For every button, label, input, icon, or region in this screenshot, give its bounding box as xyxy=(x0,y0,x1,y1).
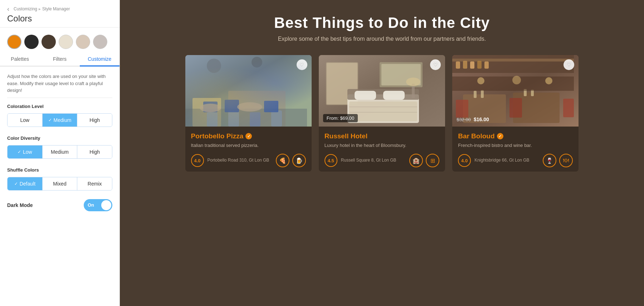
svg-point-14 xyxy=(237,102,262,112)
dark-mode-row: Dark Mode On xyxy=(0,193,119,218)
shuffle-mixed-btn[interactable]: Mixed xyxy=(43,177,78,190)
swatch-brown[interactable] xyxy=(42,35,56,49)
card-name-russell: Russell Hotel xyxy=(325,132,439,140)
bar-image-svg xyxy=(452,55,579,127)
svg-rect-40 xyxy=(509,98,522,118)
diversity-medium-btn[interactable]: Medium xyxy=(43,145,78,158)
card-image-boloud: ♡ $32.00 $16.00 xyxy=(452,55,579,127)
coloration-medium-check-icon: ✓ xyxy=(48,118,52,123)
back-button[interactable]: ‹ xyxy=(7,6,12,12)
card-address-portobello: Portobello Road 310, Gt Lon GB xyxy=(208,158,272,163)
diversity-low-btn[interactable]: ✓ Low xyxy=(8,145,43,158)
svg-point-3 xyxy=(207,59,221,73)
svg-rect-43 xyxy=(481,90,484,98)
sidebar-description: Adjust how the colors are used on your s… xyxy=(0,66,119,98)
tab-customize[interactable]: Customize xyxy=(80,53,119,66)
diversity-low-label: Low xyxy=(23,149,32,155)
cards-grid: ♡ Portobello Pizza ✓ Italian traditional… xyxy=(185,55,579,172)
svg-point-48 xyxy=(512,76,521,84)
svg-rect-12 xyxy=(264,101,278,112)
svg-point-47 xyxy=(477,77,484,84)
svg-rect-22 xyxy=(349,102,417,121)
svg-rect-21 xyxy=(383,91,405,100)
card-body-portobello: Portobello Pizza ✓ Italian traditional s… xyxy=(185,127,312,172)
card-heart-portobello[interactable]: ♡ xyxy=(297,59,307,70)
swatch-light-gray[interactable] xyxy=(93,35,107,49)
card-icons-russell: 🏨 ⊞ xyxy=(409,154,439,167)
shuffle-colors-section: Shuffle Colors ✓ Default Mixed Remix xyxy=(0,162,119,193)
card-address-boloud: Knightsbridge 66, Gt Lon GB xyxy=(474,158,539,163)
card-name-text-portobello: Portobello Pizza xyxy=(191,132,244,140)
svg-point-28 xyxy=(406,78,420,86)
shuffle-default-btn[interactable]: ✓ Default xyxy=(8,177,43,190)
dark-mode-label: Dark Mode xyxy=(7,202,33,208)
card-desc-boloud: French-inspired bistro and wine bar. xyxy=(458,142,573,149)
card-body-boloud: Bar Boloud ✓ French-inspired bistro and … xyxy=(452,127,579,172)
swatch-black[interactable] xyxy=(24,35,39,49)
shuffle-default-check-icon: ✓ xyxy=(14,181,18,186)
coloration-low-btn[interactable]: Low xyxy=(8,114,43,127)
swatch-light-beige[interactable] xyxy=(59,35,73,49)
svg-rect-5 xyxy=(185,109,307,127)
coloration-medium-btn[interactable]: ✓ Medium xyxy=(43,114,78,127)
hotel-icon: 🏨 xyxy=(409,154,423,167)
price-badge-russell: From: $69.00 xyxy=(323,114,358,122)
restaurant1-image-svg xyxy=(185,55,312,127)
sidebar-header: ‹ Customizing ▸ Style Manager Colors xyxy=(0,0,119,28)
diversity-low-check-icon: ✓ xyxy=(18,149,21,154)
card-name-text-boloud: Bar Boloud xyxy=(458,132,494,140)
color-diversity-toggle-group: ✓ Low Medium High xyxy=(7,145,112,159)
card-address-russell: Russell Square 8, Gt Lon GB xyxy=(341,158,406,163)
tab-palettes[interactable]: Palettes xyxy=(0,53,40,66)
coloration-level-toggle-group: Low ✓ Medium High xyxy=(7,113,112,127)
card-heart-russell[interactable]: ♡ xyxy=(430,59,441,70)
svg-rect-0 xyxy=(185,55,312,127)
card-name-text-russell: Russell Hotel xyxy=(325,132,367,140)
svg-rect-39 xyxy=(456,100,468,118)
svg-rect-31 xyxy=(452,59,574,61)
tabs-row: Palettes Filters Customize xyxy=(0,53,119,66)
main-content: Best Things to Do in the City Explore so… xyxy=(120,0,644,306)
dining-icon: 🍽 xyxy=(559,154,573,167)
svg-point-49 xyxy=(545,77,552,84)
card-image-portobello: ♡ xyxy=(185,55,312,127)
coloration-high-btn[interactable]: High xyxy=(77,114,112,127)
diversity-high-btn[interactable]: High xyxy=(77,145,112,158)
price-wrap-boloud: $32.00 $16.00 xyxy=(457,117,489,122)
swatch-orange[interactable] xyxy=(7,35,21,49)
color-diversity-section: Color Diversity ✓ Low Medium High xyxy=(0,130,119,162)
toggle-knob xyxy=(101,200,111,210)
card-name-boloud: Bar Boloud ✓ xyxy=(458,132,573,140)
drink-icon: 🍺 xyxy=(292,154,306,167)
color-swatches-row xyxy=(0,28,119,53)
new-price-boloud: $16.00 xyxy=(474,117,489,122)
dark-mode-value: On xyxy=(88,202,94,208)
card-bar-boloud: ♡ $32.00 $16.00 Bar Boloud ✓ French-insp… xyxy=(452,55,579,172)
card-russell-hotel: ♡ From: $69.00 Russell Hotel Luxury hote… xyxy=(319,55,445,172)
verified-icon-portobello: ✓ xyxy=(245,133,252,139)
svg-rect-2 xyxy=(228,91,286,127)
wine-icon: 🍷 xyxy=(543,154,556,167)
coloration-level-section: Coloration Level Low ✓ Medium High xyxy=(0,98,119,130)
svg-rect-6 xyxy=(207,112,218,127)
svg-point-4 xyxy=(252,57,262,68)
card-footer-boloud: 4.0 Knightsbridge 66, Gt Lon GB 🍷 🍽 xyxy=(458,154,573,167)
card-desc-russell: Luxury hotel in the heart of Bloomsbury. xyxy=(325,142,439,149)
card-portobello-pizza: ♡ Portobello Pizza ✓ Italian traditional… xyxy=(185,55,312,172)
svg-rect-35 xyxy=(477,61,482,69)
svg-rect-34 xyxy=(470,61,474,69)
swatch-beige[interactable] xyxy=(76,35,90,49)
svg-point-13 xyxy=(200,104,221,112)
svg-rect-8 xyxy=(250,112,260,127)
shuffle-remix-btn[interactable]: Remix xyxy=(77,177,112,190)
dark-mode-toggle[interactable]: On xyxy=(84,199,112,211)
svg-rect-20 xyxy=(355,91,376,100)
card-name-portobello: Portobello Pizza ✓ xyxy=(191,132,306,140)
tab-filters[interactable]: Filters xyxy=(40,53,79,66)
svg-rect-32 xyxy=(456,61,460,69)
sidebar: ‹ Customizing ▸ Style Manager Colors Pal… xyxy=(0,0,120,306)
card-desc-portobello: Italian traditional served pizzeria. xyxy=(191,142,306,149)
rating-badge-russell: 4.5 xyxy=(325,154,337,167)
price-from-text: From: $69.00 xyxy=(327,115,354,121)
coloration-level-title: Coloration Level xyxy=(7,104,112,109)
